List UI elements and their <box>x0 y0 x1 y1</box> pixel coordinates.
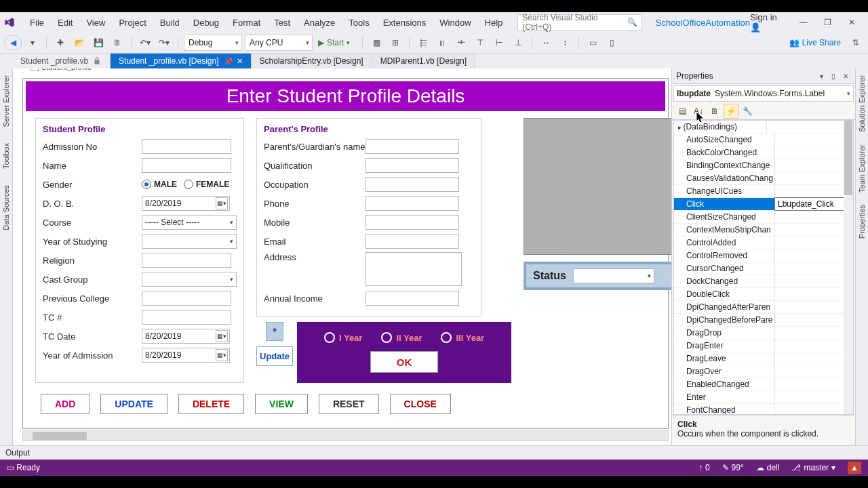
add-button[interactable]: ADD <box>41 394 90 414</box>
panel-menu-icon[interactable]: ▾ <box>816 71 827 81</box>
input-email[interactable] <box>366 234 459 249</box>
events-scrollbar[interactable] <box>844 121 853 414</box>
tab-order-icon[interactable]: ⊞ <box>387 35 403 50</box>
calendar-icon[interactable]: ▦▾ <box>216 330 228 342</box>
radio-female[interactable]: FEMALE <box>184 180 229 189</box>
input-tc[interactable] <box>142 310 231 325</box>
new-item-icon[interactable]: ✚ <box>52 35 68 50</box>
input-name[interactable] <box>142 158 231 173</box>
input-qualification[interactable] <box>366 158 459 173</box>
student-photo-placeholder[interactable] <box>524 118 671 255</box>
form-designer-surface[interactable]: Student_profile Enter Student Profile De… <box>13 68 671 445</box>
properties-tab[interactable]: Properties <box>858 205 866 239</box>
window-close[interactable]: ✕ <box>840 14 864 31</box>
date-year-admission[interactable]: 8/20/2019▦▾ <box>142 348 230 363</box>
undo-icon[interactable]: ↶▾ <box>137 35 153 50</box>
live-share-button[interactable]: 👥 Live Share <box>785 35 845 50</box>
categorized-icon[interactable]: ▤ <box>675 104 690 119</box>
event-row[interactable]: EnabledChanged <box>674 378 853 391</box>
select-course[interactable]: ----- Select ----- <box>142 215 237 230</box>
pin-icon[interactable]: 📌 <box>224 58 233 65</box>
status-notifications-icon[interactable]: ▲ <box>848 462 861 474</box>
nav-back-button[interactable]: ◀ <box>4 35 22 50</box>
menu-format[interactable]: Format <box>226 15 267 30</box>
close-tab-icon[interactable]: ✕ <box>237 57 243 66</box>
window-minimize[interactable]: — <box>791 14 816 31</box>
data-sources-tab[interactable]: Data Sources <box>2 185 10 230</box>
event-row[interactable]: ControlAdded <box>674 237 853 249</box>
panel-close-icon[interactable]: ✕ <box>840 71 851 81</box>
ok-button[interactable]: OK <box>370 351 438 373</box>
radio-year-2[interactable]: II Year <box>381 332 422 343</box>
input-parent-name[interactable] <box>366 139 459 154</box>
calendar-icon[interactable]: ▦▾ <box>216 349 228 361</box>
align-left-icon[interactable]: ⬱ <box>415 35 431 50</box>
event-row[interactable]: Enter <box>674 391 853 404</box>
event-row[interactable]: DragOver <box>674 365 853 378</box>
view-button[interactable]: VIEW <box>255 394 308 414</box>
event-row[interactable]: ChangeUICues <box>674 185 853 198</box>
radio-year-1[interactable]: I Year <box>324 332 362 343</box>
event-row[interactable]: DoubleClick <box>674 288 853 301</box>
event-row[interactable]: (DataBindings) <box>674 121 853 134</box>
input-income[interactable] <box>366 291 459 306</box>
menu-analyze[interactable]: Analyze <box>297 15 342 30</box>
status-branch[interactable]: ⎇ master ▾ <box>791 463 835 472</box>
calendar-icon[interactable]: ▦▾ <box>216 197 228 209</box>
menu-help[interactable]: Help <box>478 15 510 30</box>
input-occupation[interactable] <box>366 177 459 192</box>
tab-student-profile-code[interactable]: Student _profile.vb <box>12 54 111 68</box>
menu-build[interactable]: Build <box>153 15 186 30</box>
properties-icon[interactable]: 🗎 <box>707 104 722 119</box>
menu-debug[interactable]: Debug <box>186 15 226 30</box>
radio-male[interactable]: MALE <box>142 180 177 189</box>
menu-extensions[interactable]: Extensions <box>376 15 433 30</box>
date-tc[interactable]: 8/20/2019▦▾ <box>142 329 230 344</box>
event-row[interactable]: DragLeave <box>674 352 853 365</box>
input-mobile[interactable] <box>366 215 459 230</box>
tab-mdiparent-design[interactable]: MDIParent1.vb [Design] <box>372 54 475 68</box>
tab-scholarship-design[interactable]: ScholarshipEntry.vb [Design] <box>252 54 372 68</box>
event-row[interactable]: ContextMenuStripChan <box>674 224 853 237</box>
tab-student-profile-design[interactable]: Student _profile.vb [Design]📌✕ <box>111 54 251 68</box>
start-debug-button[interactable]: ▶Start ▾ <box>315 38 357 47</box>
input-religion[interactable] <box>142 253 231 268</box>
align-middle-icon[interactable]: ⊢ <box>491 35 507 50</box>
alphabetical-icon[interactable]: A↓ <box>691 104 706 119</box>
update-button[interactable]: UPDATE <box>100 394 167 414</box>
window-restore[interactable]: ❐ <box>816 14 840 31</box>
input-admission-no[interactable] <box>142 139 231 154</box>
events-icon[interactable]: ⚡ <box>724 104 738 119</box>
save-all-icon[interactable]: 🗎 <box>109 35 125 50</box>
panel-pin-icon[interactable]: ▯ <box>828 71 839 81</box>
align-bottom-icon[interactable]: ⊥ <box>510 35 526 50</box>
event-row[interactable]: DpiChangedBeforePare <box>674 314 853 327</box>
align-right-icon[interactable]: ⬲ <box>453 35 469 50</box>
menu-tools[interactable]: Tools <box>342 15 376 30</box>
redo-icon[interactable]: ↷▾ <box>156 35 172 50</box>
select-status[interactable] <box>573 268 654 283</box>
scrollbar-thumb[interactable] <box>33 432 87 440</box>
solution-explorer-tab[interactable]: Solution Explorer <box>858 75 866 132</box>
menu-window[interactable]: Window <box>433 15 477 30</box>
menu-view[interactable]: View <box>79 15 112 30</box>
status-push[interactable]: ↑ 0 <box>698 463 710 472</box>
input-phone[interactable] <box>366 196 459 211</box>
event-row[interactable]: ControlRemoved <box>674 249 853 262</box>
event-row[interactable]: DragEnter <box>674 340 853 352</box>
event-row[interactable]: ClickLbupdate_Click <box>674 198 853 211</box>
quick-launch-search[interactable]: Search Visual Studio (Ctrl+Q) 🔍 <box>517 14 642 30</box>
bring-front-icon[interactable]: ▭ <box>585 35 601 50</box>
hspace-icon[interactable]: ↔ <box>538 35 554 50</box>
output-window-tab[interactable]: Output <box>0 445 868 460</box>
reset-button[interactable]: RESET <box>319 394 379 414</box>
close-button[interactable]: CLOSE <box>390 394 451 414</box>
select-cast-group[interactable] <box>142 272 237 287</box>
event-row[interactable]: BackColorChanged <box>674 146 853 159</box>
lbupdate-label[interactable]: Update <box>256 346 293 366</box>
open-file-icon[interactable]: 📂 <box>71 35 87 50</box>
menu-file[interactable]: File <box>23 15 51 30</box>
designer-hscrollbar[interactable] <box>22 430 669 441</box>
scrollbar-thumb[interactable] <box>844 121 852 195</box>
team-explorer-tab[interactable]: Team Explorer <box>858 144 866 192</box>
